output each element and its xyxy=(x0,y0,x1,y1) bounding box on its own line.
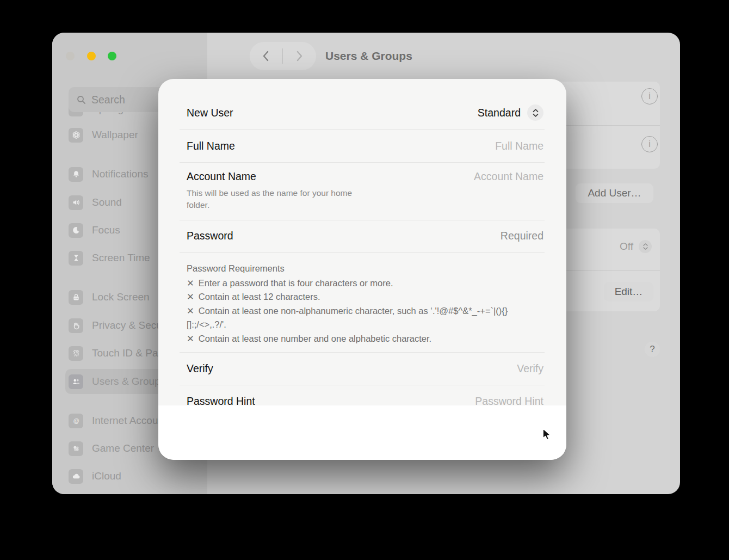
requirement-failed-icon: ✕ xyxy=(187,290,194,304)
game-center-icon xyxy=(69,441,83,456)
full-name-label: Full Name xyxy=(187,140,235,152)
nav-pill xyxy=(250,42,316,70)
password-row: Password Required xyxy=(187,220,543,252)
account-name-field[interactable]: Account Name xyxy=(474,170,543,183)
forward-button[interactable] xyxy=(283,42,316,70)
account-name-label: Account Name xyxy=(187,170,256,183)
at-sign-icon: @ xyxy=(69,414,83,428)
chevron-right-icon xyxy=(294,50,305,63)
zoom-button[interactable] xyxy=(108,52,116,60)
account-name-row: Account Name Account Name This will be u… xyxy=(187,170,543,211)
hand-icon xyxy=(69,318,83,333)
sidebar-item-label: Lock Screen xyxy=(92,291,150,303)
up-down-chevrons-icon xyxy=(642,243,648,250)
up-down-chevrons-icon xyxy=(532,108,539,118)
divider xyxy=(180,252,545,253)
add-user-button[interactable]: Add User… xyxy=(576,183,653,203)
mouse-cursor xyxy=(540,427,554,442)
svg-text:@: @ xyxy=(73,417,79,424)
focus-icon xyxy=(69,223,83,238)
sidebar-item-label: iCloud xyxy=(92,470,121,482)
password-requirements-title: Password Requirements xyxy=(187,262,546,276)
sidebar-item-label: Sound xyxy=(92,196,122,208)
sidebar-item-label: Screen Time xyxy=(92,252,150,264)
screen: Search Spotlight Wallpaper xyxy=(0,0,729,560)
account-name-description: This will be used as the name for your h… xyxy=(187,187,372,211)
password-requirements: Password Requirements ✕Enter a password … xyxy=(187,262,546,346)
notifications-icon xyxy=(69,167,83,182)
search-icon xyxy=(76,95,87,105)
sidebar-item-label: Focus xyxy=(92,224,120,236)
info-icon[interactable]: i xyxy=(641,88,658,104)
divider xyxy=(561,125,660,126)
full-name-field[interactable]: Full Name xyxy=(495,140,543,152)
password-field[interactable]: Required xyxy=(501,230,543,242)
requirement-item: ✕Contain at least one number and one alp… xyxy=(187,332,546,346)
lock-icon xyxy=(69,290,83,305)
edit-button[interactable]: Edit… xyxy=(604,282,653,301)
account-type-value: Standard xyxy=(478,107,521,119)
wallpaper-icon xyxy=(69,128,83,143)
account-type-row: New User Standard xyxy=(187,96,543,129)
popup-stepper[interactable] xyxy=(527,104,543,121)
info-icon[interactable]: i xyxy=(641,136,658,152)
verify-label: Verify xyxy=(187,362,213,375)
current-user-card: i i xyxy=(555,82,660,169)
requirement-item: ✕Contain at least one non-alphanumeric c… xyxy=(187,304,546,332)
sidebar-item-label: Game Center xyxy=(92,442,154,454)
divider xyxy=(180,162,545,163)
full-name-row: Full Name Full Name xyxy=(187,130,543,162)
password-label: Password xyxy=(187,230,233,242)
requirement-item: ✕Contain at least 12 characters. xyxy=(187,290,546,304)
sound-icon xyxy=(69,195,83,210)
sidebar-item-label: Notifications xyxy=(92,168,149,180)
minimize-button[interactable] xyxy=(87,52,96,60)
sidebar-item-label: Wallpaper xyxy=(92,129,138,141)
close-button[interactable] xyxy=(66,52,75,60)
search-placeholder: Search xyxy=(91,94,125,106)
requirement-failed-icon: ✕ xyxy=(187,332,194,346)
back-button[interactable] xyxy=(250,42,282,70)
cloud-icon xyxy=(69,469,83,484)
screen-time-icon xyxy=(69,251,83,266)
automatic-login-dropdown[interactable] xyxy=(639,240,652,253)
requirement-failed-icon: ✕ xyxy=(187,276,194,291)
requirement-item: ✕Enter a password that is four character… xyxy=(187,276,546,291)
window-title: Users & Groups xyxy=(325,50,412,63)
requirement-failed-icon: ✕ xyxy=(187,304,194,318)
sidebar-item-icloud[interactable]: iCloud xyxy=(69,465,264,488)
sheet-footer: ? Cancel Create User xyxy=(158,405,566,460)
account-type-popup[interactable]: Standard xyxy=(478,104,543,121)
automatic-login-value: Off xyxy=(602,240,633,253)
new-user-sheet: New User Standard Full Name Full Name Ac… xyxy=(158,79,566,460)
fingerprint-icon xyxy=(69,346,83,361)
chevron-left-icon xyxy=(261,50,271,63)
verify-field[interactable]: Verify xyxy=(517,362,543,375)
panel-help-button[interactable]: ? xyxy=(645,342,660,357)
users-groups-icon xyxy=(69,374,83,389)
account-type-label: New User xyxy=(187,107,233,119)
sidebar-item-label: Users & Groups xyxy=(92,376,165,387)
verify-row: Verify Verify xyxy=(187,352,543,385)
divider xyxy=(561,270,660,271)
